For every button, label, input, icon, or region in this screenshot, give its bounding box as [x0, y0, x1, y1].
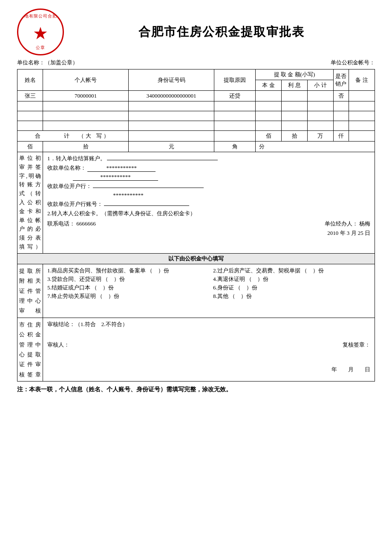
cell-reason-1 — [214, 101, 255, 111]
cell-account-1 — [43, 101, 129, 111]
phone-info: 联系电话： 6666666 — [47, 220, 96, 228]
unit-review-line4b: *********** — [47, 192, 370, 199]
cell-subtotal-2 — [308, 111, 334, 121]
cell-name-3 — [17, 121, 43, 131]
cell-name-0: 张三 — [17, 91, 43, 101]
header-info-row: 单位名称：（加盖公章） 单位公积金帐号： — [17, 59, 375, 66]
cell-reason-3 — [214, 121, 255, 131]
cell-cancel-2 — [333, 111, 349, 121]
attachment-item-1: 1.商品房买卖合同、预付款收据、备案单 （ ）份 — [47, 267, 205, 275]
cell-account-0: 70000001 — [43, 91, 129, 101]
stamp-bottom-text: 公章 — [36, 45, 45, 51]
total2-fen: 分 — [256, 142, 375, 152]
total-wan: 万 — [308, 131, 334, 142]
total2-yuan: 元 — [129, 142, 214, 152]
cell-interest-3 — [282, 121, 308, 131]
cell-cancel-1 — [333, 101, 349, 111]
col-principal: 本 金 — [256, 80, 282, 91]
cell-interest-0 — [282, 91, 308, 101]
attachment-label-cell: 提取所附相关证件管理中心审核 — [17, 264, 43, 318]
cell-reason-0: 还贷 — [214, 91, 255, 101]
company-stamp: 天地有限公司合肥分 ★ 公章 — [17, 9, 64, 55]
table-row: 张三 70000001 340000000000000001 还贷 否 — [17, 91, 375, 101]
footer-note: 注：本表一联，个人信息（姓名、个人账号、身份证号）需填写完整，涂改无效。 — [17, 386, 375, 393]
cell-subtotal-3 — [308, 121, 334, 131]
unit-review-line6: 2.转入本人公积金卡。（需携带本人身份证、住房公积金卡） — [47, 210, 370, 217]
attachment-item-5: 5.结婚证或户口本 （ ）份 — [47, 284, 205, 292]
attachment-item-4: 4.离退休证明 （ ）份 — [213, 275, 370, 283]
total-empty — [349, 131, 375, 142]
attachment-row: 提取所附相关证件管理中心审核 1.商品房买卖合同、预付款收据、备案单 （ ）份 … — [17, 264, 375, 318]
table-row — [17, 111, 375, 121]
attachment-label: 提取所附相关证件管理中心审核 — [19, 266, 41, 316]
review-personnel: 审核人： 复核签章： — [47, 341, 370, 349]
cell-account-3 — [43, 121, 129, 131]
cell-reason-2 — [214, 111, 255, 121]
center-fill-header: 以下由公积金中心填写 — [17, 253, 375, 264]
cell-remarks-2 — [349, 111, 375, 121]
table-row — [17, 121, 375, 131]
cell-id-0: 340000000000000001 — [129, 91, 214, 101]
review-label: 市住房公积金管理中心提取证件审核签章 — [19, 320, 41, 379]
review-label-cell: 市住房公积金管理中心提取证件审核签章 — [17, 318, 43, 381]
col-reason: 提取原因 — [214, 69, 255, 91]
col-account: 个人帐号 — [43, 69, 129, 91]
total2-bai: 佰 — [17, 142, 43, 152]
col-id-number: 身份证号码 — [129, 69, 214, 91]
cell-id-2 — [129, 111, 214, 121]
unit-review-line4: 收款单位开户行： — [47, 182, 370, 190]
col-interest: 利 息 — [282, 80, 308, 91]
total-row-2: 佰 拾 元 角 分 — [17, 142, 375, 152]
unit-name-label: 单位名称：（加盖公章） — [17, 59, 78, 66]
unit-account-label: 单位公积金帐号： — [331, 59, 375, 66]
page-title: 合肥市住房公积金提取审批表 — [68, 24, 375, 40]
attachment-content-cell: 1.商品房买卖合同、预付款收据、备案单 （ ）份 2.过户后房产证、交易费、契税… — [43, 264, 375, 318]
total2-jiao: 角 — [214, 142, 255, 152]
cell-interest-2 — [282, 111, 308, 121]
unit-review-date: 2010 年 3 月 25 日 — [47, 229, 370, 237]
cell-principal-2 — [256, 111, 282, 121]
total-qian: 仟 — [333, 131, 349, 142]
cell-remarks-0 — [349, 91, 375, 101]
unit-review-line5: 收款单位开户行账号： — [47, 200, 370, 208]
reviewer-label: 审核人： — [47, 341, 69, 349]
col-remarks: 备 注 — [349, 69, 375, 91]
col-amount-header: 提 取 金 额(小写) — [256, 69, 334, 80]
stamp-star-icon: ★ — [33, 25, 48, 42]
table-row — [17, 101, 375, 111]
attachment-item-3: 3.贷款合同、还贷证明 （ ）份 — [47, 275, 205, 283]
attachment-item-8: 8.其他 （ ）份 — [213, 292, 370, 300]
cell-subtotal-1 — [308, 101, 334, 111]
cell-id-1 — [129, 101, 214, 111]
attachment-item-2: 2.过户后房产证、交易费、契税单据 （ ）份 — [213, 267, 370, 275]
total-col1 — [129, 131, 214, 142]
col-cancel-account: 是否销户 — [333, 69, 349, 91]
unit-review-label-cell: 单位初审并签字,明确转账方式（转入公积金卡和单位帐户的必须分表填写） — [17, 152, 43, 254]
total-col2 — [214, 131, 255, 142]
review-content-cell: 审核结论：（1.符合 2.不符合） 审核人： 复核签章： 年 月 日 — [43, 318, 375, 381]
unit-review-bottom: 联系电话： 6666666 单位经办人： 杨梅 — [47, 220, 370, 228]
attachment-list: 1.商品房买卖合同、预付款收据、备案单 （ ）份 2.过户后房产证、交易费、契税… — [47, 267, 370, 300]
cell-remarks-1 — [349, 101, 375, 111]
unit-review-content-cell: 1．转入单位结算账户。 收款单位名称： *********** ********… — [43, 152, 375, 254]
unit-review-line1: 1．转入单位结算账户。 — [47, 155, 370, 162]
stamp-top-text: 天地有限公司合肥分 — [20, 13, 62, 19]
main-table: 姓名 个人帐号 身份证号码 提取原因 提 取 金 额(小写) 是否销户 备 注 … — [17, 69, 375, 382]
total2-shi: 拾 — [43, 142, 129, 152]
attachment-item-6: 6.身份证 （ ）份 — [213, 284, 370, 292]
handler-info: 单位经办人： 杨梅 — [325, 220, 370, 228]
col-name: 姓名 — [17, 69, 43, 91]
unit-review-row: 单位初审并签字,明确转账方式（转入公积金卡和单位帐户的必须分表填写） 1．转入单… — [17, 152, 375, 254]
total-bai: 佰 — [256, 131, 282, 142]
cell-principal-0 — [256, 91, 282, 101]
page-header: 天地有限公司合肥分 ★ 公章 合肥市住房公积金提取审批表 — [17, 9, 375, 55]
col-subtotal: 小 计 — [308, 80, 334, 91]
cell-interest-1 — [282, 101, 308, 111]
cell-id-3 — [129, 121, 214, 131]
cell-account-2 — [43, 111, 129, 121]
total-shi: 拾 — [282, 131, 308, 142]
review-conclusion: 审核结论：（1.符合 2.不符合） — [47, 321, 370, 328]
unit-review-line3: *********** — [47, 173, 370, 181]
cell-name-1 — [17, 101, 43, 111]
review-row: 市住房公积金管理中心提取证件审核签章 审核结论：（1.符合 2.不符合） 审核人… — [17, 318, 375, 381]
